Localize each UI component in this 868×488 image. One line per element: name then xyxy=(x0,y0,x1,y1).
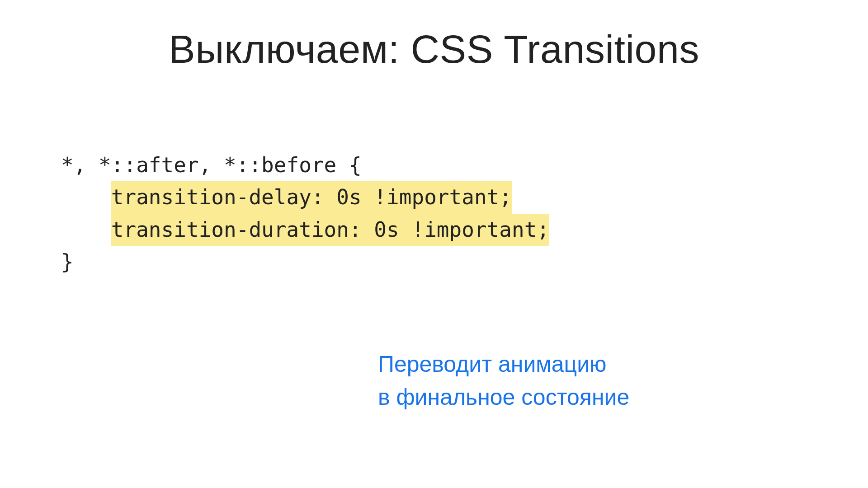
code-block: *, *::after, *::before { transition-dela… xyxy=(61,149,549,278)
code-line-selector: *, *::after, *::before { xyxy=(61,153,362,177)
caption-line-1: Переводит анимацию xyxy=(378,348,629,381)
code-line-close: } xyxy=(61,249,74,274)
caption-line-2: в финальное состояние xyxy=(378,381,629,414)
code-highlight-duration: transition-duration: 0s !important; xyxy=(111,214,549,246)
slide-title: Выключаем: CSS Transitions xyxy=(0,26,868,72)
code-indent xyxy=(61,217,111,242)
code-indent xyxy=(61,185,111,209)
code-highlight-delay: transition-delay: 0s !important; xyxy=(111,181,512,213)
caption: Переводит анимацию в финальное состояние xyxy=(378,348,629,413)
